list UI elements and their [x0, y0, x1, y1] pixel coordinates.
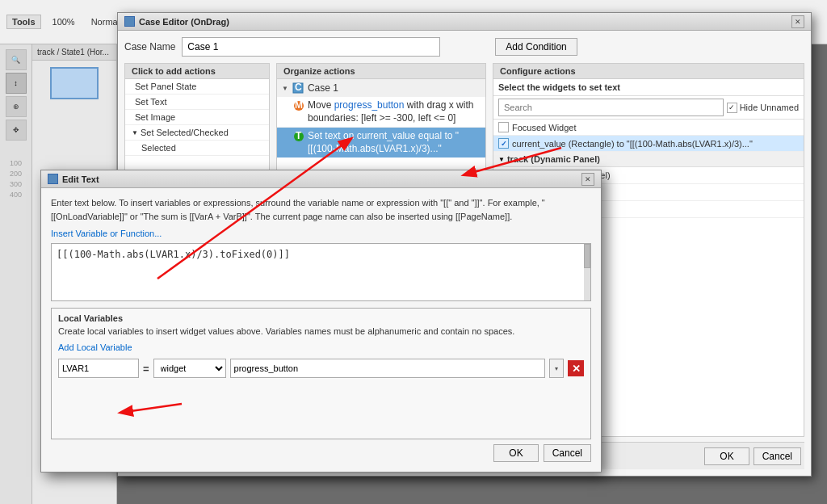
edit-text-dialog: Edit Text ✕ Enter text below. To insert … [40, 170, 602, 472]
current-value-row[interactable]: ✓ current_value (Rectangle) to "[[(100-M… [493, 136, 804, 152]
hide-unnamed-label: Hide Unnamed [740, 103, 799, 112]
add-local-variable-link[interactable]: Add Local Variable [58, 342, 132, 352]
focused-widget-checkbox[interactable] [498, 122, 509, 132]
formula-scrollbar-thumb[interactable] [584, 244, 590, 268]
edit-text-title-group: Edit Text [48, 174, 99, 184]
action-item-selected[interactable]: Selected [125, 141, 269, 156]
organize-settext-item[interactable]: T Set text on current_value equal to "[[… [277, 128, 485, 158]
lvar-delete-button[interactable]: ✕ [568, 360, 584, 376]
hide-unnamed-checkbox[interactable]: ✓ [727, 103, 737, 113]
hide-unnamed-row: ✓ Hide Unnamed [727, 103, 799, 113]
local-variables-title: Local Variables [58, 313, 584, 323]
focused-widget-label: Focused Widget [512, 123, 576, 132]
add-condition-button[interactable]: Add Condition [495, 38, 577, 56]
local-variables-section: Local Variables Create local variables t… [51, 308, 591, 439]
edit-text-title-text: Edit Text [62, 174, 99, 184]
case-icon: C [292, 82, 304, 94]
chevron-down-icon: ▼ [132, 129, 138, 136]
organize-move-item[interactable]: M Move progress_button with drag x with … [277, 97, 485, 128]
action-item-set-selected[interactable]: ▼ Set Selected/Checked [125, 125, 269, 141]
sidebar-icon-zoom[interactable]: ⊕ [6, 96, 27, 117]
organize-case-item[interactable]: ▼ C Case 1 [277, 79, 485, 97]
formula-textarea-wrapper[interactable]: [[(100-Math.abs(LVAR1.x)/3).toFixed(0)]] [51, 243, 591, 301]
dialog-icon [124, 16, 135, 27]
edit-text-bottom-bar: OK Cancel [51, 439, 591, 464]
formula-scrollbar[interactable] [584, 244, 590, 300]
sidebar-icon-pan[interactable]: ✥ [6, 120, 27, 141]
case-name-input[interactable] [182, 37, 440, 57]
case-editor-title-text: Case Editor (OnDrag) [139, 17, 229, 27]
configure-subheader: Select the widgets to set text [493, 79, 804, 96]
current-value-checkbox[interactable]: ✓ [498, 138, 509, 149]
case-name-row: Case Name Add Condition [124, 37, 804, 57]
case-tree-icon: ▼ [282, 85, 288, 92]
edit-text-description: Enter text below. To insert variables or… [51, 196, 591, 224]
case-editor-ok-button[interactable]: OK [704, 447, 749, 465]
organize-case-label: Case 1 [308, 82, 338, 94]
organize-settext-label: Set text on current_value equal to "[[(1… [308, 130, 481, 155]
track-label: track (Dynamic Panel) [507, 154, 600, 164]
case-name-label: Case Name [124, 41, 175, 52]
case-editor-cancel-button[interactable]: Cancel [754, 447, 801, 465]
organize-move-label: Move progress_button with drag x with bo… [308, 99, 481, 124]
edit-text-ok-button[interactable]: OK [493, 444, 538, 462]
ruler-mark-3: 300 [10, 180, 22, 188]
edit-text-dialog-icon [48, 174, 58, 184]
local-variables-desc: Create local variables to insert widget … [58, 326, 584, 338]
insert-variable-link[interactable]: Insert Variable or Function... [51, 229, 591, 238]
set-text-icon: T [293, 131, 304, 142]
track-section[interactable]: ▼ track (Dynamic Panel) [493, 152, 804, 167]
edit-text-titlebar: Edit Text ✕ [41, 170, 601, 188]
current-value-label: current_value (Rectangle) to "[[(100-Mat… [512, 139, 753, 149]
left-sidebar: 🔍 ↕ ⊕ ✥ 100 200 300 400 [0, 44, 32, 504]
ruler-mark-2: 200 [10, 170, 22, 178]
search-input[interactable] [498, 99, 724, 116]
configure-header: Configure actions [493, 64, 804, 79]
zoom-level: 100% [48, 15, 80, 28]
search-row: ✓ Hide Unnamed [493, 96, 804, 120]
edit-text-close-btn[interactable]: ✕ [581, 173, 594, 186]
ruler-mark-1: 100 [10, 159, 22, 167]
breadcrumb: track / State1 (Hor... [32, 44, 116, 61]
svg-text:T: T [296, 131, 302, 141]
canvas-element[interactable] [50, 67, 99, 99]
action-item-set-text[interactable]: Set Text [125, 94, 269, 110]
tools-label: Tools [6, 15, 41, 29]
lvar-equals-sign: = [143, 363, 149, 375]
move-icon: M [293, 100, 304, 111]
sidebar-icon-search[interactable]: 🔍 [6, 49, 27, 70]
case-editor-title: Case Editor (OnDrag) [124, 16, 229, 27]
case-editor-close-btn[interactable]: ✕ [791, 15, 804, 28]
click-to-add-header: Click to add actions [125, 64, 269, 79]
organize-header: Organize actions [277, 64, 485, 79]
formula-textarea[interactable]: [[(100-Math.abs(LVAR1.x)/3).toFixed(0)]] [57, 249, 586, 296]
focused-widget-row[interactable]: Focused Widget [493, 120, 804, 136]
edit-text-body: Enter text below. To insert variables or… [41, 188, 601, 472]
lvar-name-input[interactable] [58, 359, 139, 378]
track-chevron-icon: ▼ [498, 156, 505, 163]
action-item-set-image[interactable]: Set Image [125, 110, 269, 125]
lvar-value-input[interactable] [230, 359, 545, 378]
svg-text:M: M [295, 100, 303, 111]
lvar-type-select[interactable]: widget [153, 359, 226, 378]
svg-text:C: C [295, 82, 302, 93]
ruler-mark-4: 400 [10, 191, 22, 199]
sidebar-icon-arrow[interactable]: ↕ [6, 73, 27, 94]
case-editor-titlebar: Case Editor (OnDrag) ✕ [118, 13, 811, 31]
action-item-set-panel-state[interactable]: Set Panel State [125, 79, 269, 94]
edit-text-cancel-button[interactable]: Cancel [544, 444, 591, 462]
lvar-dropdown-arrow-btn[interactable]: ▾ [549, 359, 564, 378]
lvar-row: = widget ▾ ✕ [58, 359, 584, 378]
